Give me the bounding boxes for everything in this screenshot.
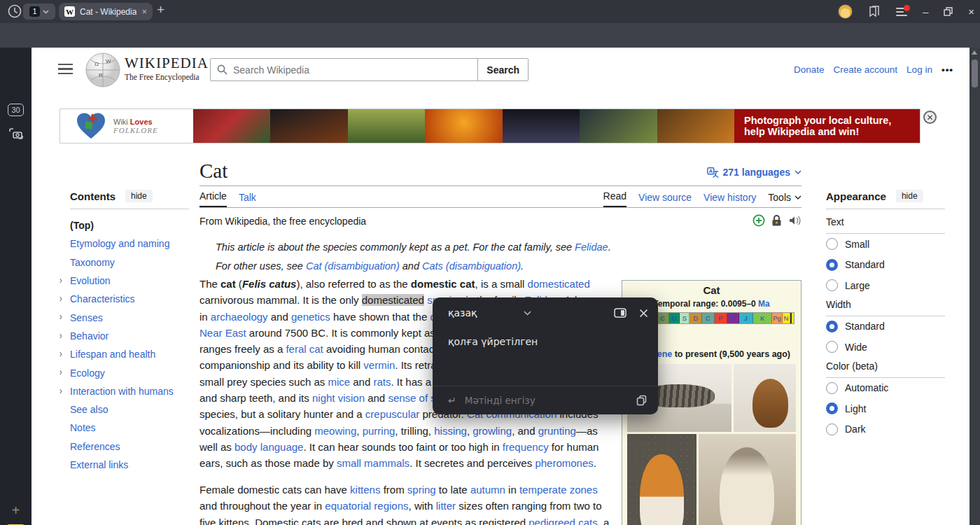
appearance-option-automatic[interactable]: Automatic [826, 378, 945, 399]
spoken-article-icon[interactable] [788, 215, 802, 226]
restore-button[interactable] [944, 7, 953, 16]
search-input[interactable] [227, 59, 477, 80]
geo-period-C[interactable]: C [702, 313, 715, 323]
cat-photo-ginger[interactable] [627, 434, 696, 525]
appearance-option-standard[interactable]: Standard [826, 316, 945, 337]
wiki-link[interactable]: meowing [314, 425, 356, 437]
wiki-link[interactable]: domesticated [528, 278, 590, 290]
toc-item[interactable]: ›Behavior [59, 327, 189, 345]
geo-period-K[interactable]: K [753, 313, 773, 323]
tab-view-source[interactable]: View source [638, 192, 692, 207]
login-link[interactable]: Log in [906, 64, 932, 75]
toc-link[interactable]: References [70, 441, 120, 452]
radio-icon[interactable] [826, 238, 838, 250]
toc-expand-icon[interactable]: › [59, 293, 62, 304]
toc-item[interactable]: See also [59, 400, 189, 419]
wikipedia-globe-logo[interactable]: ΩWR [85, 52, 121, 88]
calendar-icon[interactable]: 30 [0, 104, 31, 116]
tab-tools[interactable]: Tools [768, 192, 802, 207]
toc-item[interactable]: Etymology and naming [59, 234, 189, 253]
close-window-button[interactable]: × [968, 6, 974, 18]
translate-input-placeholder[interactable]: Мәтінді енгізу [465, 395, 628, 406]
browser-menu-icon[interactable] [896, 8, 907, 16]
appearance-option-dark[interactable]: Dark [826, 419, 945, 440]
wiki-link[interactable]: pheromones [535, 457, 593, 469]
toc-link[interactable]: See also [70, 404, 108, 415]
protection-lock-icon[interactable] [771, 214, 782, 227]
wiki-link[interactable]: frequency [503, 441, 549, 453]
radio-selected-icon[interactable] [826, 321, 838, 332]
wiki-link[interactable]: Near East [200, 327, 246, 339]
wiki-link[interactable]: purring [363, 425, 396, 437]
ma-link[interactable]: Ma [758, 299, 770, 309]
chevron-down-icon[interactable] [524, 311, 531, 316]
wiki-link[interactable]: Felidae [575, 241, 608, 253]
toc-link[interactable]: Behavior [70, 330, 108, 342]
toc-link[interactable]: Characteristics [70, 293, 135, 304]
appearance-hide-button[interactable]: hide [896, 190, 923, 202]
minimize-button[interactable]: – [923, 6, 928, 18]
wiki-link[interactable]: Cat (disambiguation) [306, 260, 400, 272]
active-tab[interactable]: W Cat - Wikipedia × [59, 3, 153, 20]
toc-link[interactable]: Taxonomy [70, 257, 115, 268]
wiki-link[interactable]: mice [328, 376, 350, 388]
radio-selected-icon[interactable] [826, 259, 838, 271]
toc-item[interactable]: ›Characteristics [59, 290, 189, 308]
geo-period-O[interactable]: O [669, 313, 680, 323]
geo-period-N[interactable]: N [783, 313, 790, 323]
scrollbar-thumb[interactable] [972, 59, 978, 88]
profile-avatar[interactable] [838, 4, 853, 19]
new-tab-button[interactable]: + [157, 2, 164, 18]
wiki-link[interactable]: equatorial regions [325, 500, 408, 512]
close-icon[interactable] [639, 309, 648, 318]
geo-period-Є[interactable]: Є [657, 313, 668, 323]
tab-close-icon[interactable]: × [141, 7, 147, 16]
copy-icon[interactable] [636, 395, 647, 406]
toc-item[interactable]: Notes [59, 419, 189, 437]
donate-link[interactable]: Donate [794, 64, 825, 75]
toc-link[interactable]: Notes [70, 422, 96, 433]
radio-icon[interactable] [826, 382, 838, 394]
wiki-link[interactable]: body language [234, 441, 303, 453]
wiki-link[interactable]: Cats (disambiguation) [422, 260, 521, 272]
geo-period-P[interactable]: P [715, 313, 727, 323]
toc-link[interactable]: Senses [70, 312, 103, 323]
wiki-link[interactable]: vermin [363, 359, 395, 371]
radio-icon[interactable] [826, 424, 838, 435]
geo-period-Pg[interactable]: Pg [772, 313, 782, 323]
toc-item[interactable]: ›Interaction with humans [59, 382, 189, 400]
toc-item[interactable]: ›Lifespan and health [59, 345, 189, 363]
tab-article[interactable]: Article [200, 190, 227, 207]
banner-message[interactable]: Photograph your local culture, help Wiki… [734, 109, 920, 143]
more-options-icon[interactable]: ••• [941, 64, 953, 75]
wiki-link[interactable]: temperate zones [519, 484, 598, 496]
wiki-link[interactable]: pedigreed cats [528, 517, 597, 525]
toc-link[interactable]: (Top) [70, 220, 94, 231]
geo-period-D[interactable]: D [690, 313, 701, 323]
languages-button[interactable]: A 271 languages [704, 167, 802, 178]
toc-link[interactable]: Interaction with humans [70, 386, 174, 397]
history-icon[interactable] [7, 4, 22, 19]
banner-close-icon[interactable]: ✕ [923, 111, 937, 124]
toc-expand-icon[interactable]: › [59, 330, 62, 341]
wiki-link[interactable]: rats [373, 376, 391, 388]
radio-selected-icon[interactable] [826, 402, 838, 414]
toc-expand-icon[interactable]: › [59, 274, 62, 286]
create-account-link[interactable]: Create account [834, 64, 898, 75]
toc-item[interactable]: ›Senses [59, 308, 189, 326]
toc-item[interactable]: External links [59, 456, 189, 474]
toc-link[interactable]: Evolution [70, 275, 111, 286]
geo-period-T[interactable]: T [727, 313, 739, 323]
wiki-link[interactable]: small mammals [337, 457, 410, 469]
cat-photo-abyssinian[interactable] [734, 364, 796, 432]
tab-group-chip[interactable]: 1 [23, 4, 55, 20]
wiki-link[interactable]: crepuscular [365, 408, 420, 420]
main-menu-icon[interactable] [58, 64, 73, 74]
appearance-option-light[interactable]: Light [826, 398, 945, 419]
toc-link[interactable]: External links [70, 459, 128, 470]
page-scrollbar[interactable] [969, 48, 980, 525]
wiki-link[interactable]: grunting [538, 425, 576, 437]
wiki-link[interactable]: genetics [291, 311, 330, 323]
toc-item[interactable]: ›Evolution [59, 272, 189, 290]
good-article-icon[interactable] [752, 214, 765, 227]
